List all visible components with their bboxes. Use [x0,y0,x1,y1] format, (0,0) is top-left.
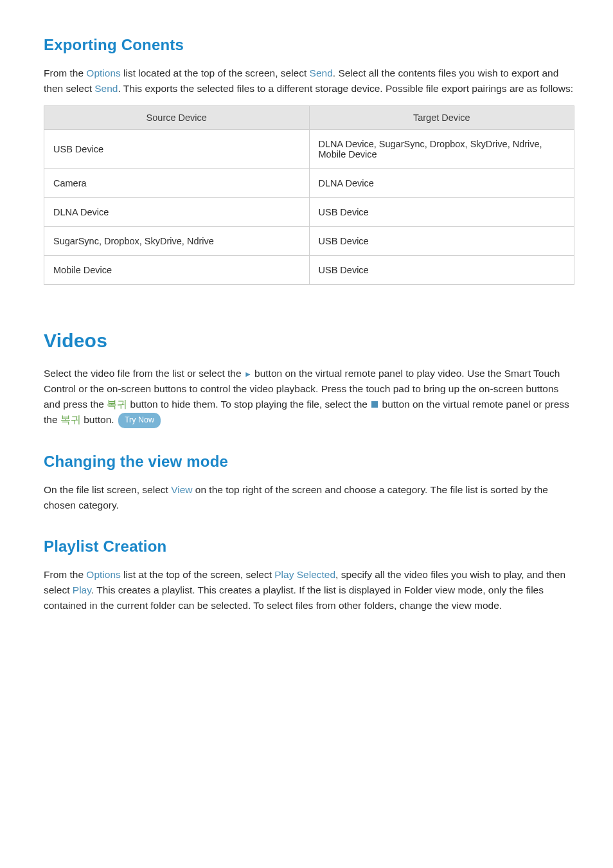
keyword-play: Play [73,584,91,595]
table-row: SugarSync, Dropbox, SkyDrive, Ndrive USB… [44,227,574,256]
cell-source: Mobile Device [44,256,310,285]
keyword-options: Options [86,68,120,78]
text: From the [44,68,86,78]
cell-source: Camera [44,169,310,198]
keyword-view: View [171,484,192,495]
col-header-source: Source Device [44,106,310,130]
heading-changing-view-mode: Changing the view mode [44,453,574,471]
export-pairings-table: Source Device Target Device USB Device D… [44,105,574,285]
text: On the file list screen, select [44,484,171,495]
cell-target: USB Device [309,256,574,285]
cell-target: DLNA Device [309,169,574,198]
viewmode-paragraph: On the file list screen, select View on … [44,482,574,513]
keyword-return: 복귀 [60,414,81,425]
heading-videos: Videos [44,330,574,352]
heading-playlist-creation: Playlist Creation [44,538,574,556]
cell-source: SugarSync, Dropbox, SkyDrive, Ndrive [44,227,310,256]
keyword-send: Send [310,68,333,78]
cell-target: USB Device [309,227,574,256]
table-row: Camera DLNA Device [44,169,574,198]
cell-source: USB Device [44,130,310,169]
text: button. [81,414,117,425]
stop-icon [371,401,378,408]
keyword-return: 복귀 [107,399,127,410]
keyword-play-selected: Play Selected [274,569,335,580]
page: Exporting Conents From the Options list … [0,0,613,868]
playlist-paragraph: From the Options list at the top of the … [44,567,574,613]
table-header-row: Source Device Target Device [44,106,574,130]
col-header-target: Target Device [309,106,574,130]
keyword-send: Send [94,83,118,94]
table-row: USB Device DLNA Device, SugarSync, Dropb… [44,130,574,169]
cell-source: DLNA Device [44,198,310,227]
text: . This exports the selected files to a d… [118,83,573,94]
text: From the [44,569,86,580]
exporting-paragraph: From the Options list located at the top… [44,66,574,96]
cell-target: USB Device [309,198,574,227]
try-now-badge[interactable]: Try Now [118,413,161,428]
keyword-options: Options [86,569,120,580]
text: list located at the top of the screen, s… [121,68,310,78]
table-row: DLNA Device USB Device [44,198,574,227]
text: . This creates a playlist. This creates … [44,584,544,611]
text: Select the video file from the list or s… [44,368,244,379]
text: list at the top of the screen, select [121,569,275,580]
table-row: Mobile Device USB Device [44,256,574,285]
videos-paragraph: Select the video file from the list or s… [44,366,574,428]
heading-exporting-contents: Exporting Conents [44,36,574,54]
cell-target: DLNA Device, SugarSync, Dropbox, SkyDriv… [309,130,574,169]
text: button to hide them. To stop playing the… [127,399,370,410]
play-icon: ► [244,370,252,379]
